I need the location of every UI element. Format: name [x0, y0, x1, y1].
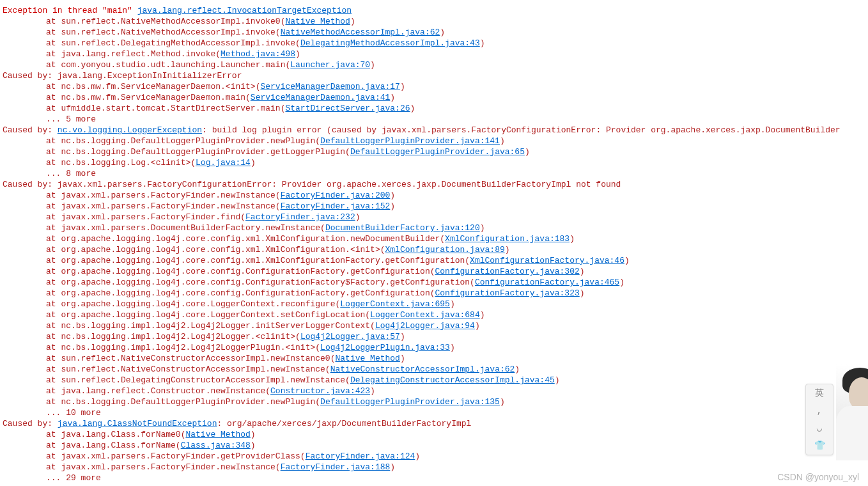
stacktrace-text: at org.apache.logging.log4j.core.LoggerC… — [46, 299, 340, 309]
stacktrace-text: ) — [450, 343, 455, 352]
stacktrace-line: at org.apache.logging.log4j.core.LoggerC… — [3, 310, 865, 320]
stacktrace-line: at java.lang.Class.forName(Class.java:34… — [3, 440, 865, 451]
stacktrace-line: at org.apache.logging.log4j.core.LoggerC… — [3, 299, 865, 310]
stacktrace-line: at javax.xml.parsers.DocumentBuilderFact… — [3, 223, 865, 233]
stacktrace-text: at org.apache.logging.log4j.core.config.… — [46, 288, 435, 298]
source-link[interactable]: LoggerContext.java:684 — [370, 310, 480, 320]
stacktrace-text: at nc.bs.logging.impl.log4j2.Log4j2Logge… — [46, 321, 375, 331]
stacktrace-text: ) — [440, 27, 445, 37]
stacktrace-text: ) — [390, 191, 395, 200]
stacktrace-text: at javax.xml.parsers.DocumentBuilderFact… — [46, 223, 325, 233]
stacktrace-line: at org.apache.logging.log4j.core.config.… — [3, 233, 865, 244]
assistant-avatar[interactable] — [836, 364, 868, 460]
source-link[interactable]: Launcher.java:70 — [290, 60, 370, 70]
source-link[interactable]: DefaultLoggerPluginProvider.java:135 — [320, 397, 500, 407]
source-link[interactable]: Native Method — [285, 17, 350, 26]
stacktrace-line: at nc.bs.logging.impl.log4j2.Log4j2Logge… — [3, 331, 865, 342]
stacktrace-text: at ufmiddle.start.tomcat.StartDirectServ… — [46, 104, 285, 113]
stacktrace-text: ) — [251, 430, 256, 439]
source-link[interactable]: FactoryFinder.java:188 — [281, 462, 391, 472]
stacktrace-text: ) — [525, 147, 530, 157]
stacktrace-line: at nc.bs.logging.impl.log4j2.Log4j2Logge… — [3, 342, 865, 353]
ime-punct-indicator[interactable]: , — [817, 406, 822, 415]
ime-floating-panel[interactable]: 英 , ◡ 👕 — [805, 384, 833, 455]
source-link[interactable]: Class.java:348 — [181, 441, 251, 450]
source-link[interactable]: FactoryFinder.java:200 — [281, 191, 391, 200]
source-link[interactable]: nc.vo.logging.LoggerException — [58, 125, 202, 135]
stacktrace-line: at org.apache.logging.log4j.core.config.… — [3, 277, 865, 288]
source-link[interactable]: DelegatingMethodAccessorImpl.java:43 — [300, 38, 480, 48]
stacktrace-text: ) — [410, 104, 415, 113]
stacktrace-text: ) — [480, 310, 485, 320]
stacktrace-text: at org.apache.logging.log4j.core.config.… — [46, 234, 445, 244]
source-link[interactable]: DelegatingConstructorAccessorImpl.java:4… — [350, 375, 555, 385]
source-link[interactable]: Constructor.java:423 — [270, 386, 370, 396]
source-link[interactable]: DefaultLoggerPluginProvider.java:141 — [320, 136, 500, 146]
source-link[interactable]: Log4j2Logger.java:94 — [375, 321, 475, 331]
source-link[interactable]: FactoryFinder.java:232 — [245, 212, 355, 222]
stacktrace-text: at org.apache.logging.log4j.core.config.… — [46, 267, 435, 276]
source-link[interactable]: DefaultLoggerPluginProvider.java:65 — [350, 147, 525, 157]
stacktrace-line: at javax.xml.parsers.FactoryFinder.newIn… — [3, 190, 865, 201]
stacktrace-text: at javax.xml.parsers.FactoryFinder.find( — [46, 212, 245, 222]
stacktrace-line: at sun.reflect.NativeConstructorAccessor… — [3, 364, 865, 375]
source-link[interactable]: NativeMethodAccessorImpl.java:62 — [281, 27, 440, 37]
source-link[interactable]: Log.java:14 — [196, 158, 251, 168]
source-link[interactable]: XmlConfiguration.java:89 — [385, 245, 505, 255]
stacktrace-line: at sun.reflect.NativeMethodAccessorImpl.… — [3, 27, 865, 38]
stacktrace-line: ... 10 more — [3, 407, 865, 418]
stacktrace-line: at java.lang.reflect.Constructor.newInst… — [3, 386, 865, 396]
stacktrace-text: ) — [580, 288, 585, 298]
stacktrace-text: ) — [619, 278, 624, 287]
ime-lang-indicator[interactable]: 英 — [815, 389, 824, 398]
ime-mode-icon[interactable]: ◡ — [817, 424, 822, 433]
stacktrace-text: ) — [400, 332, 405, 341]
stacktrace-text: ) — [350, 17, 355, 26]
stacktrace-text: ) — [580, 267, 585, 276]
stacktrace-text: ... 10 more — [46, 408, 101, 418]
stacktrace-line: at org.apache.logging.log4j.core.config.… — [3, 255, 865, 266]
source-link[interactable]: java.lang.reflect.InvocationTargetExcept… — [137, 6, 352, 15]
source-link[interactable]: DocumentBuilderFactory.java:120 — [325, 223, 480, 233]
stacktrace-text: Caused by: — [3, 125, 58, 135]
stacktrace-text: ) — [390, 462, 395, 472]
source-link[interactable]: Log4j2Logger.java:57 — [300, 332, 400, 341]
source-link[interactable]: XmlConfiguration.java:183 — [445, 234, 570, 244]
source-link[interactable]: ConfigurationFactory.java:323 — [435, 288, 580, 298]
source-link[interactable]: NativeConstructorAccessorImpl.java:62 — [330, 364, 515, 374]
source-link[interactable]: Method.java:498 — [221, 49, 295, 59]
stacktrace-text: ) — [400, 354, 405, 363]
stacktrace-text: at sun.reflect.NativeMethodAccessorImpl.… — [46, 27, 281, 37]
source-link[interactable]: ConfigurationFactory.java:302 — [435, 267, 580, 276]
source-link[interactable]: ServiceManagerDaemon.java:41 — [251, 93, 390, 102]
stacktrace-text: ) — [450, 299, 455, 309]
stacktrace-text: at nc.bs.mw.fm.ServiceManagerDaemon.<ini… — [46, 82, 260, 91]
source-link[interactable]: FactoryFinder.java:124 — [306, 451, 415, 461]
stacktrace-line: at nc.bs.logging.Log.<clinit>(Log.java:1… — [3, 157, 865, 168]
stacktrace-line: at nc.bs.logging.DefaultLoggerPluginProv… — [3, 146, 865, 157]
stacktrace-line: at nc.bs.logging.DefaultLoggerPluginProv… — [3, 396, 865, 407]
stacktrace-line: at com.yonyou.studio.udt.launching.Launc… — [3, 59, 865, 70]
stacktrace-text: at java.lang.Class.forName0( — [46, 430, 185, 439]
stacktrace-text: ) — [390, 201, 395, 211]
stacktrace-text: at javax.xml.parsers.FactoryFinder.getPr… — [46, 451, 306, 461]
source-link[interactable]: XmlConfigurationFactory.java:46 — [470, 256, 624, 265]
stacktrace-text: at nc.bs.mw.fm.ServiceManagerDaemon.main… — [46, 93, 251, 102]
source-link[interactable]: StartDirectServer.java:26 — [285, 104, 410, 113]
stacktrace-line: ... 29 more — [3, 473, 865, 483]
stacktrace-text: ) — [624, 256, 630, 265]
ime-skin-icon[interactable]: 👕 — [814, 441, 825, 450]
source-link[interactable]: ConfigurationFactory.java:465 — [475, 278, 619, 287]
stacktrace-line: at sun.reflect.NativeMethodAccessorImpl.… — [3, 16, 865, 27]
source-link[interactable]: FactoryFinder.java:152 — [281, 201, 391, 211]
stacktrace-line: at ufmiddle.start.tomcat.StartDirectServ… — [3, 103, 865, 114]
stacktrace-text: ) — [570, 234, 575, 244]
source-link[interactable]: java.lang.ClassNotFoundException — [58, 419, 217, 428]
source-link[interactable]: ServiceManagerDaemon.java:17 — [260, 82, 399, 91]
source-link[interactable]: Native Method — [335, 354, 399, 363]
source-link[interactable]: Native Method — [185, 430, 250, 439]
source-link[interactable]: LoggerContext.java:695 — [340, 299, 450, 309]
stacktrace-text: at javax.xml.parsers.FactoryFinder.newIn… — [46, 462, 281, 472]
source-link[interactable]: Log4j2LoggerPlugin.java:33 — [320, 343, 450, 352]
stacktrace-line: at javax.xml.parsers.FactoryFinder.getPr… — [3, 451, 865, 462]
